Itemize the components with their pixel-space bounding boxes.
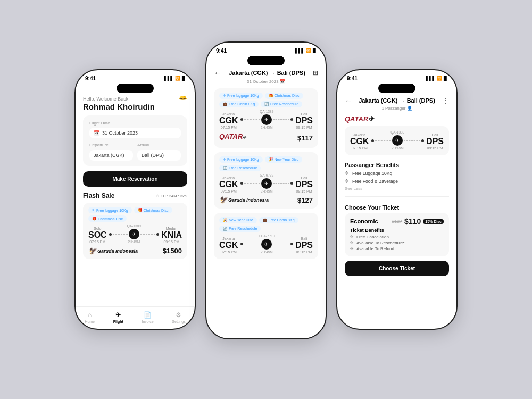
p2-header: ← Jakarta (CGK) → Bali (DPS) ⊞ [214,69,318,77]
p2-price-2: $127 [297,196,313,204]
luggage-badge-icon: ✈ [223,94,226,98]
p2-dashes-2b [273,183,289,184]
p2-from-code-3: CGK [219,240,238,250]
time-2: 9:41 [216,48,227,54]
calendar-icon: 📅 [94,130,99,136]
person-icon: 👤 [407,106,412,111]
p1-to-city: Medan [161,227,182,230]
ticket-benefits-title: Ticket Benefits [350,228,444,233]
nav-home[interactable]: ⌂ Home [85,311,95,323]
p2-route-line-2: ✈ [240,178,294,189]
badge-row-1: ✈ Free luggage 10Kg 🎁 Christmas Disc 🎁 C… [88,207,182,222]
choose-ticket-button[interactable]: Choose Ticket [345,261,449,276]
p1-to-code: KNIA [161,230,182,240]
flight-date-row[interactable]: 📅 31 October 2023 [89,128,181,138]
garuda-bird-icon: 🦅 [88,247,96,255]
dynamic-island-3 [378,84,415,93]
p3-flight-num: QA-1389 [390,130,404,134]
p1-search-card: Flight Date 📅 31 October 2023 Departure … [83,115,187,166]
nav-flight-label: Flight [113,320,123,323]
arrival-input[interactable] [137,150,181,161]
p2-duration-3: 2H:45M [261,250,273,254]
route-dashes-2 [140,234,155,235]
p2-badge-luggage-2: ✈ Free luggage 10Kg [219,156,263,163]
departure-col: Departure [89,143,133,161]
p2-badge-row-3: 🎉 New Year Disc 💼 Free Cabin 8Kg 🔄 Free … [219,217,313,232]
gift-icon: 🎁 [138,208,143,212]
p2-route-2: Jakarta CGK 07:15 PM GA-6732 ✈ [219,173,313,193]
newyear-icon-1: 🎉 [269,157,273,162]
ticket-price-row: $127 $110 15% Disc [392,217,444,226]
p2-back-button[interactable]: ← [214,69,221,77]
p3-dot-left [371,139,374,142]
food-benefit-icon: ✈ [345,178,349,184]
p3-more-icon[interactable]: ⋮ [442,96,449,105]
p2-route-middle-3: EGA-7710 ✈ 2H:45M [238,234,296,254]
see-less-button[interactable]: See Less [345,186,449,191]
nav-invoice[interactable]: 📄 Invoice [142,311,153,323]
p2-airline-price-2: 🦅 Garuda Indonesia $127 [219,196,313,204]
passenger-benefits-title: Passanger Benefits [345,162,449,168]
bottom-nav-1: ⌂ Home ✈ Flight 📄 Invoice ⚙ Settings [76,306,195,329]
flash-sale-card: ✈ Free luggage 10Kg 🎁 Christmas Disc 🎁 C… [83,203,187,259]
nav-home-label: Home [85,320,95,323]
plane-icon-4: ✈ [261,239,272,250]
p2-route-line-3: ✈ [240,239,294,250]
signal-icon: ▌▌▌ [164,76,173,81]
p2-dashes-3b [273,244,289,244]
p3-passenger: 1 Passanger [381,106,405,111]
cabin-icon-2: 💼 [263,218,268,222]
invoice-icon: 📄 [144,311,152,319]
refund-icon: ✈ [350,246,354,251]
flight-date-value: 31 October 2023 [102,130,138,136]
p3-back-button[interactable]: ← [345,96,352,105]
p2-to-city-1: Bali [295,112,313,116]
p1-to-col: Medan KNIA 09:15 PM [161,227,182,244]
screen-2: ← Jakarta (CGK) → Bali (DPS) ⊞ 31 Octobe… [206,69,326,338]
battery-icon-2: ▉ [313,48,316,53]
plane-icon-5: ✈ [392,135,403,146]
p2-from-col-3: Jakarta CGK 07:15 PM [219,237,238,254]
luggage-benefit-icon: ✈ [345,170,349,176]
p3-from-time: 07:15 PM [350,146,369,150]
phone-1: 9:41 ▌▌▌ 🛜 ▉ Hello, Welcome Back! Rohmad… [74,69,196,330]
departure-input[interactable] [89,150,133,161]
p2-dot-left-3 [240,243,243,245]
p2-flight-card-1[interactable]: ✈ Free luggage 10Kg 🎁 Christmas Disc 💼 F… [214,88,318,148]
p1-from-time: 07:15 PM [88,240,107,244]
p2-from-code-2: CGK [219,180,238,189]
reschedule-icon-2: 🔄 [223,166,228,170]
benefit-food-text: Free Food & Baverage [352,179,398,184]
signal-icon-3: ▌▌▌ [426,76,435,81]
bell-icon[interactable]: 🔔 [178,96,187,100]
status-icons-2: ▌▌▌ 🛜 ▉ [295,48,316,53]
make-reservation-button[interactable]: Make Reservation [83,171,187,187]
ticket-benefit-cancelation: ✈ Free Cancelation [350,235,444,239]
p2-flight-card-2[interactable]: ✈ Free luggage 10Kg 🎉 New Year Disc 🔄 Fr… [214,152,318,209]
p1-duration: 2H:45M [128,240,140,244]
p2-badge-reschedule-3: 🔄 Free Reschedule [219,226,261,232]
p2-to-time-1: 09:15 PM [295,126,313,129]
reschedule-icon: ✈ [350,240,354,245]
p2-from-city-1: Jakarta [219,112,238,116]
p2-badge-cabin: 💼 Free Cabin 8Kg [219,101,259,107]
p2-badge-newyear-2: 🎉 New Year Disc [219,217,257,223]
p2-dashes-1b [273,119,289,120]
p2-flight-card-3[interactable]: 🎉 New Year Disc 💼 Free Cabin 8Kg 🔄 Free … [214,213,318,259]
p2-filter-icon[interactable]: ⊞ [313,69,318,77]
status-icons-3: ▌▌▌ 🛜 ▉ [426,76,447,81]
flight-date-label: Flight Date [89,121,181,126]
nav-flight[interactable]: ✈ Flight [113,311,123,323]
calendar-icon-2: 📅 [280,79,285,84]
ticket-benefit-reschedule: ✈ Available To Reschedule* [350,240,444,245]
garuda-text-2: Garuda Indonesia [228,197,269,203]
plane-icon-1: ✈ [129,229,139,239]
p3-route-middle: QA-1389 ✈ 2H:45M [369,130,427,150]
status-bar-2: 9:41 ▌▌▌ 🛜 ▉ [206,43,326,56]
p1-name: Rohmad Khoirudin [83,102,155,111]
screen-1: Hello, Welcome Back! Rohmad Khoirudin 🔔 … [76,96,195,306]
p2-from-city-2: Jakarta [219,176,238,180]
nav-settings[interactable]: ⚙ Settings [172,311,185,323]
p2-dot-right-3 [290,243,293,245]
plane-icon-3: ✈ [261,178,272,189]
